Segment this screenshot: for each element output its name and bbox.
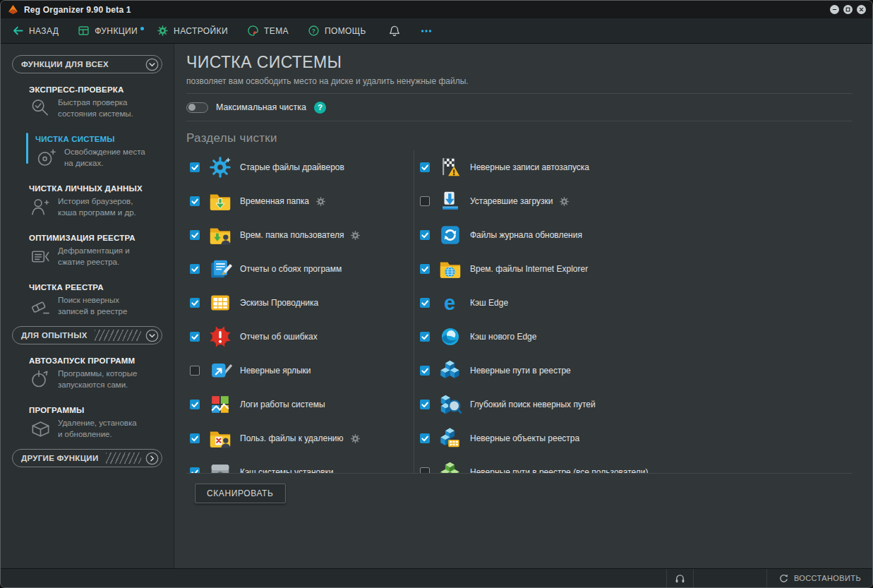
sidebar-item-desc: Поиск неверныхзаписей в реестре (58, 295, 127, 317)
sidebar-group-functions-for-all[interactable]: ФУНКЦИИ ДЛЯ ВСЕХ (12, 55, 162, 73)
sidebar-items-all: ЭКСПРЕСС-ПРОВЕРКА Быстрая проверкасостоя… (1, 78, 174, 325)
cleanup-checkbox[interactable] (420, 467, 430, 474)
ie-temp-icon (438, 257, 462, 281)
cleanup-checkbox[interactable] (420, 264, 430, 274)
close-button[interactable] (857, 5, 866, 14)
cleanup-item-row[interactable]: Польз. файлы к удалению (190, 421, 414, 455)
window-controls (830, 5, 866, 14)
cleanup-item-row[interactable]: Отчеты об ошибках (190, 320, 414, 354)
maximize-button[interactable] (843, 5, 853, 14)
settings-button[interactable]: НАСТРОЙКИ (157, 25, 228, 37)
edge-new-cache-icon (438, 325, 462, 349)
cleanup-item-label: Неверные пути в реестре (все пользовател… (470, 467, 649, 474)
cleanup-item-row[interactable]: Неверные ярлыки (190, 354, 414, 388)
page-subtitle: позволяет вам освободить место на диске … (186, 76, 852, 86)
sidebar-item[interactable]: ОПТИМИЗАЦИЯ РЕЕСТРА Дефрагментация исжат… (1, 226, 174, 275)
sidebar-group-other[interactable]: ДРУГИЕ ФУНКЦИИ (12, 449, 162, 467)
section-title: Разделы чистки (186, 131, 852, 145)
cleanup-checkbox[interactable] (420, 298, 430, 308)
more-button[interactable] (420, 25, 433, 37)
cleanup-checkbox[interactable] (190, 467, 200, 474)
cleanup-item-row[interactable]: Кэш нового Edge (420, 320, 852, 354)
cleanup-checkbox[interactable] (420, 162, 430, 172)
cleanup-item-label: Польз. файлы к удалению (240, 433, 344, 443)
cleanup-checkbox[interactable] (190, 196, 200, 206)
minimize-button[interactable] (830, 5, 839, 14)
cleanup-item-row[interactable]: Неверные пути в реестре (420, 354, 852, 388)
statusbar-spacer (1, 569, 666, 587)
cleanup-checkbox[interactable] (190, 298, 200, 308)
cleanup-item-row[interactable]: Эскизы Проводника (190, 286, 414, 320)
cleanup-item-label: Неверные объекты реестра (470, 433, 579, 443)
cleanup-item-row[interactable]: Неверные объекты реестра (420, 421, 852, 455)
cleanup-item-row[interactable]: Старые файлы драйверов (190, 150, 414, 184)
theme-button[interactable]: ТЕМА (247, 25, 289, 37)
cleanup-item-row[interactable]: Отчеты о сбоях программ (190, 252, 414, 286)
sidebar-group-advanced[interactable]: ДЛЯ ОПЫТНЫХ (12, 326, 162, 344)
item-settings-gear-icon[interactable] (559, 196, 570, 207)
sidebar-item[interactable]: ЧИСТКА ЛИЧНЫХ ДАННЫХ История браузеров,к… (1, 176, 174, 226)
theme-icon (247, 25, 259, 37)
cleanup-item-label: Старые файлы драйверов (240, 162, 344, 172)
thumbnails-icon (208, 291, 232, 315)
max-clean-toggle[interactable] (186, 102, 208, 113)
cleanup-checkbox[interactable] (420, 196, 430, 206)
cleanup-checkbox[interactable] (420, 433, 430, 443)
functions-button[interactable]: ФУНКЦИИ (78, 25, 138, 37)
restore-button[interactable]: ВОССТАНОВИТЬ (766, 569, 872, 587)
statusbar-empty-segment (693, 569, 766, 587)
sidebar-item-title: АВТОЗАПУСК ПРОГРАММ (29, 356, 169, 365)
sidebar-item[interactable]: АВТОЗАПУСК ПРОГРАММ Программы, которыеза… (1, 349, 174, 398)
scan-button[interactable]: СКАНИРОВАТЬ (195, 484, 286, 503)
functions-icon (78, 25, 90, 37)
help-icon: ? (308, 25, 320, 37)
registry-all-users-icon (438, 460, 462, 474)
back-button[interactable]: НАЗАД (12, 25, 59, 37)
downloads-old-icon (438, 189, 462, 213)
group-decoration (95, 330, 141, 341)
cleanup-checkbox[interactable] (190, 433, 200, 443)
titlebar: Reg Organizer 9.90 beta 1 (1, 1, 872, 18)
cleanup-checkbox[interactable] (420, 230, 430, 240)
sidebar-item[interactable]: ЧИСТКА РЕЕСТРА Поиск неверныхзаписей в р… (1, 275, 174, 325)
item-settings-gear-icon[interactable] (315, 196, 326, 207)
crash-reports-icon (208, 257, 232, 281)
support-button[interactable] (666, 569, 693, 587)
sidebar-item[interactable]: ПРОГРАММЫ Удаление, установкаи обновлени… (1, 398, 174, 448)
cleanup-item-row[interactable]: Глубокий поиск неверных путей (420, 388, 852, 421)
help-badge-icon[interactable]: ? (314, 102, 326, 114)
cleanup-item-row[interactable]: Врем. папка пользователя (190, 218, 414, 252)
help-button[interactable]: ? ПОМОЩЬ (308, 25, 366, 37)
item-settings-gear-icon[interactable] (350, 230, 361, 241)
group-label: ФУНКЦИИ ДЛЯ ВСЕХ (21, 60, 109, 68)
cleanup-column-left: Старые файлы драйверов Временная папка В… (186, 150, 414, 473)
cleanup-item-row[interactable]: Временная папка (190, 184, 414, 218)
cleanup-item-row[interactable]: Файлы журнала обновления (420, 218, 852, 252)
cleanup-item-row[interactable]: e Кэш Edge (420, 286, 852, 320)
notifications-button[interactable] (388, 25, 401, 37)
cleanup-checkbox[interactable] (190, 400, 200, 409)
registry-optimize-icon (30, 246, 52, 268)
cleanup-checkbox[interactable] (190, 366, 200, 376)
sidebar-item[interactable]: ЭКСПРЕСС-ПРОВЕРКА Быстрая проверкасостоя… (1, 78, 174, 127)
item-settings-gear-icon[interactable] (350, 433, 361, 444)
cleanup-checkbox[interactable] (420, 332, 430, 342)
cleanup-item-row[interactable]: Кэш системы установки (190, 455, 414, 474)
cleanup-checkbox[interactable] (190, 162, 200, 172)
cleanup-checkbox[interactable] (420, 366, 430, 376)
cleanup-item-row[interactable]: Устаревшие загрузки (420, 184, 852, 218)
cleanup-checkbox[interactable] (190, 332, 200, 342)
cleanup-checkbox[interactable] (420, 400, 430, 409)
cleanup-item-row[interactable]: Логи работы системы (190, 388, 414, 421)
cleanup-checkbox[interactable] (190, 230, 200, 240)
restore-icon (778, 573, 789, 584)
cleanup-item-row[interactable]: Неверные пути в реестре (все пользовател… (420, 455, 852, 474)
sidebar-item[interactable]: ЧИСТКА СИСТЕМЫ Освобождение местана диск… (1, 127, 174, 176)
cleanup-item-row[interactable]: Неверные записи автозапуска (420, 150, 852, 184)
cleanup-checkbox[interactable] (190, 264, 200, 274)
cleanup-item-row[interactable]: Врем. файлы Internet Explorer (420, 252, 852, 286)
group-decoration (116, 59, 141, 70)
sidebar-item-title: ЧИСТКА РЕЕСТРА (29, 283, 169, 292)
statusbar: ВОССТАНОВИТЬ (1, 568, 872, 587)
autorun-invalid-icon (438, 155, 462, 179)
